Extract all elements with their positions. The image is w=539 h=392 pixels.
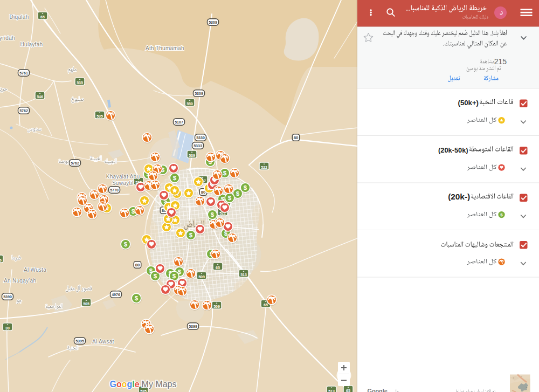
svg-text:522: 522 — [261, 166, 267, 169]
svg-text:65: 65 — [264, 303, 268, 307]
svg-text:5330: 5330 — [196, 136, 205, 140]
svg-text:535: 535 — [77, 81, 83, 85]
svg-text:Khayalat Abu: Khayalat Abu — [106, 174, 140, 180]
svg-text:5333: 5333 — [194, 144, 202, 148]
svg-text:An Nuqay'ah: An Nuqay'ah — [4, 278, 36, 284]
svg-text:Al Wusta: Al Wusta — [24, 267, 46, 273]
svg-text:5309: 5309 — [209, 20, 217, 24]
svg-text:5390: 5390 — [3, 295, 12, 299]
svg-text:5399: 5399 — [189, 325, 197, 328]
svg-text:513: 513 — [328, 389, 335, 392]
svg-text:5762: 5762 — [71, 161, 79, 165]
svg-text:5761: 5761 — [19, 71, 28, 75]
svg-text:65: 65 — [40, 15, 45, 19]
svg-text:509: 509 — [213, 305, 220, 308]
svg-text:65: 65 — [216, 266, 220, 270]
svg-text:Al Awsat: Al Awsat — [92, 339, 114, 345]
svg-text:5762: 5762 — [19, 109, 28, 113]
svg-text:Google: Google — [110, 380, 140, 389]
svg-text:(50k+): (50k+) — [458, 99, 479, 107]
svg-text:509: 509 — [198, 275, 205, 279]
svg-text:Diqalah: Diqalah — [10, 14, 29, 20]
svg-text:30: 30 — [5, 326, 10, 330]
svg-text:550: 550 — [186, 102, 193, 106]
svg-text:65: 65 — [346, 389, 350, 392]
svg-text:535: 535 — [96, 114, 103, 118]
svg-text:(20k-): (20k-) — [448, 192, 470, 201]
svg-text:80: 80 — [135, 263, 140, 267]
svg-text:513: 513 — [240, 273, 247, 277]
svg-text:546: 546 — [37, 95, 43, 99]
svg-text:Suwaytif: Suwaytif — [112, 180, 134, 186]
svg-text:535: 535 — [140, 389, 147, 392]
svg-text:5395: 5395 — [75, 339, 84, 343]
svg-text:5770: 5770 — [110, 188, 119, 192]
svg-text:215: 215 — [494, 57, 507, 66]
svg-text:539: 539 — [189, 154, 195, 157]
svg-text:$: $ — [500, 212, 503, 217]
svg-text:80: 80 — [294, 135, 299, 140]
svg-text:5107: 5107 — [175, 120, 183, 124]
svg-text:Ath Thumamah: Ath Thumamah — [146, 45, 184, 51]
svg-text:Hulayfah: Hulayfah — [20, 42, 43, 47]
svg-text:5309: 5309 — [195, 92, 203, 95]
svg-text:Google: Google — [368, 388, 388, 392]
svg-text:566: 566 — [0, 258, 2, 262]
svg-text:(20k-50k): (20k-50k) — [438, 146, 468, 154]
svg-text:ayridah: ayridah — [0, 35, 15, 41]
svg-text:505: 505 — [83, 302, 89, 306]
svg-text:4976: 4976 — [112, 293, 120, 297]
svg-text:My Maps: My Maps — [142, 380, 177, 389]
